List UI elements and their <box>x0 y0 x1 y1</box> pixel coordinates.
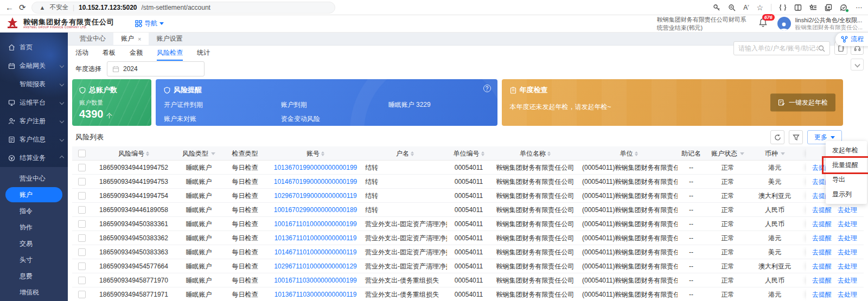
handle-link[interactable]: 去处理 <box>838 234 857 243</box>
remind-link[interactable]: 去提醒 <box>812 262 832 271</box>
remind-link[interactable]: 去提醒 <box>812 276 832 285</box>
risk-item-unreconciled[interactable]: 账户未对账 <box>164 114 281 124</box>
remind-link[interactable]: 去提醒 <box>812 248 832 257</box>
sidebar-subitem-增值税[interactable]: 增值税 <box>0 284 68 300</box>
sidebar-item-customer-info[interactable]: 客户信息 <box>0 130 68 149</box>
cell-account-link[interactable]: 10136711010000000000119 <box>268 231 363 245</box>
remind-link[interactable]: 去提醒 <box>812 220 832 229</box>
sidebar-subitem-指令[interactable]: 指令 <box>0 203 68 219</box>
sidebar-subitem-息费[interactable]: 息费 <box>0 268 68 284</box>
sidebar-subitem-账户[interactable]: 账户 <box>5 187 62 202</box>
sidebar-item-home[interactable]: 首页 <box>0 38 68 56</box>
row-checkbox[interactable] <box>78 192 86 200</box>
handle-link[interactable]: 去处理 <box>838 248 857 257</box>
sort-icon[interactable] <box>411 151 414 156</box>
nav-menu-button[interactable]: 导航 <box>135 19 164 28</box>
menu-item-导出[interactable]: 导出 <box>826 172 867 187</box>
risk-item-dormant[interactable]: 睡眠账户 3229 <box>388 100 489 110</box>
cell-account-link[interactable]: 10146701990000000000199 <box>268 175 363 189</box>
subtab-统计[interactable]: 统计 <box>197 46 210 61</box>
address-bar[interactable]: ▲ 不安全 | 10.152.17.123:5020/stm-settlemen… <box>31 2 335 14</box>
refresh-button[interactable] <box>770 130 784 144</box>
sort-icon[interactable] <box>635 151 638 156</box>
sort-icon[interactable] <box>321 151 324 156</box>
tab-account-settings[interactable]: 账户设置 <box>149 33 190 45</box>
password-key-icon[interactable] <box>713 4 720 11</box>
cell-account-link[interactable]: 10296711010000000000129 <box>268 259 363 273</box>
split-screen-icon[interactable] <box>794 4 802 11</box>
sort-icon[interactable] <box>146 151 149 156</box>
sidebar-subitem-营业中心[interactable]: 营业中心 <box>0 170 68 187</box>
row-checkbox[interactable] <box>78 206 86 214</box>
cell-account-link[interactable]: 10136701990000000000199 <box>268 161 363 175</box>
zoom-out-icon[interactable] <box>728 4 736 11</box>
browser-back-icon[interactable]: ← <box>5 3 14 11</box>
cell-account-link[interactable]: 10016702990000000000189 <box>268 203 363 217</box>
avatar[interactable] <box>777 17 791 30</box>
row-checkbox[interactable] <box>78 248 86 256</box>
sidebar-subitem-协作[interactable]: 协作 <box>0 219 68 235</box>
sidebar-item-customer-register[interactable]: 客户注册 <box>0 112 68 130</box>
close-icon[interactable]: × <box>138 36 141 42</box>
sidebar-item-gateway[interactable]: 金融网关 <box>0 56 68 75</box>
filter-button[interactable] <box>789 130 803 144</box>
collections-icon[interactable] <box>825 4 832 11</box>
handle-link[interactable]: 去处理 <box>838 220 857 229</box>
subtab-活动[interactable]: 活动 <box>75 46 88 61</box>
read-aloud-icon[interactable]: Aʸ <box>743 4 749 11</box>
sidebar-item-settlement[interactable]: 结算业务 <box>0 149 68 167</box>
handle-link[interactable]: 去处理 <box>838 262 857 271</box>
start-annual-check-button[interactable]: 一键发起年检 <box>770 94 835 112</box>
tab-account[interactable]: 账户× <box>113 33 149 45</box>
risk-item-fund-change[interactable]: 资金变动风险 <box>281 114 388 124</box>
handle-link[interactable]: 去处理 <box>838 206 857 215</box>
select-all-checkbox[interactable] <box>78 150 86 157</box>
sort-icon[interactable] <box>481 151 484 156</box>
risk-item-account-expiry[interactable]: 账户到期 <box>281 100 388 110</box>
browser-refresh-icon[interactable]: ⟳ <box>19 3 26 11</box>
cell-account-link[interactable]: 10296701990000000000119 <box>268 189 363 203</box>
risk-item-cert-expiry[interactable]: 开户证件到期 <box>164 100 281 110</box>
favorite-star-icon[interactable]: ☆ <box>756 3 763 12</box>
subtab-风险检查[interactable]: 风险检查 <box>157 46 183 61</box>
remind-link[interactable]: 去提醒 <box>812 234 832 243</box>
cell-account-link[interactable]: 10016711010000000000199 <box>268 217 363 231</box>
filter-caret-icon[interactable] <box>211 152 215 155</box>
browser-menu-icon[interactable]: ⋯ <box>856 4 863 11</box>
remind-link[interactable]: 去提醒 <box>812 290 832 299</box>
handle-link[interactable]: 去处理 <box>838 276 857 285</box>
process-float-button[interactable]: 流程 <box>835 33 868 46</box>
cell-account-link[interactable]: 10016711030000000000199 <box>268 273 363 287</box>
search-input[interactable] <box>738 44 818 52</box>
menu-item-发起年检[interactable]: 发起年检 <box>826 143 867 158</box>
extension-icon[interactable] <box>779 4 787 11</box>
remind-link[interactable]: 去提醒 <box>812 206 832 215</box>
sort-icon[interactable] <box>547 151 551 156</box>
help-icon[interactable]: ? <box>483 85 491 92</box>
handle-link[interactable]: 去处理 <box>838 290 857 299</box>
cell-account-link[interactable]: 10146711010000000000119 <box>268 245 363 259</box>
row-checkbox[interactable] <box>78 262 86 270</box>
collapse-panel-button[interactable] <box>851 59 864 71</box>
row-checkbox[interactable] <box>78 220 86 228</box>
row-checkbox[interactable] <box>78 164 86 171</box>
sidebar-subitem-交易[interactable]: 交易 <box>0 235 68 252</box>
cell-account-link[interactable]: 10136711030000000000119 <box>268 287 363 301</box>
tab-business-center[interactable]: 营业中心 <box>72 33 113 45</box>
row-checkbox[interactable] <box>78 234 86 242</box>
notification-bell[interactable]: 676 <box>758 18 768 29</box>
row-checkbox[interactable] <box>78 178 86 185</box>
sidebar-item-ops-platform[interactable]: 运维平台 <box>0 93 68 112</box>
browser-essentials-icon[interactable] <box>840 4 848 11</box>
search-box[interactable] <box>733 41 830 55</box>
row-checkbox[interactable] <box>78 291 86 298</box>
menu-item-显示列[interactable]: 显示列 <box>826 187 867 202</box>
subtab-看板[interactable]: 看板 <box>103 46 116 61</box>
year-picker[interactable]: 2024 <box>107 61 205 76</box>
menu-item-批量提醒[interactable]: 批量提醒 <box>826 158 867 172</box>
favorites-bar-icon[interactable] <box>809 4 817 11</box>
subtab-金额[interactable]: 金额 <box>130 46 143 61</box>
sidebar-item-reports[interactable]: 智能报表 <box>0 75 68 93</box>
filter-caret-icon[interactable] <box>781 152 785 155</box>
user-info[interactable]: linshi2/公共角色/全权限... 鞍钢集团财务有限责任公... <box>795 16 863 31</box>
